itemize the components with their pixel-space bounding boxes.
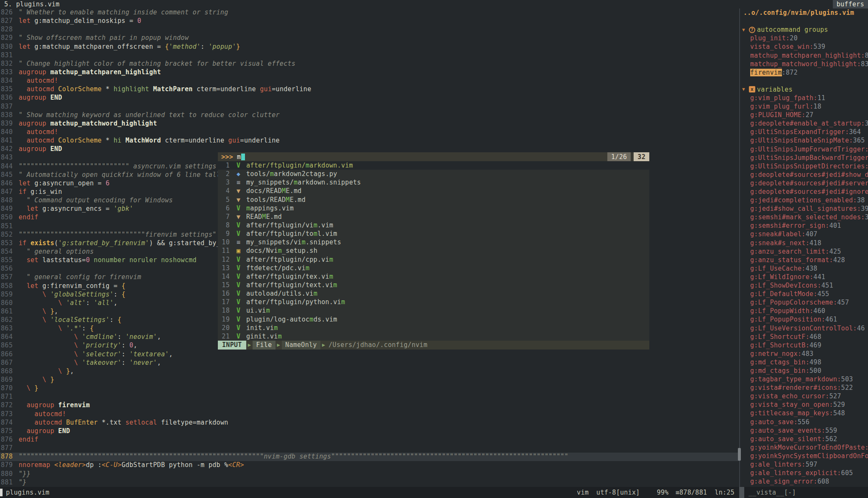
vista-tag[interactable]: g:anzu_status_format:428 <box>740 256 868 264</box>
vista-tag[interactable]: g:ale_linters_explicit:605 <box>740 469 868 477</box>
vista-tag[interactable]: g:sneak#label:407 <box>740 230 868 238</box>
popup-file-row[interactable]: 21Vginit.vim <box>218 332 649 341</box>
popup-file-row[interactable]: 20Vinit.vim <box>218 324 649 332</box>
popup-file-row[interactable]: 5▼tools/README.md <box>218 196 649 204</box>
vista-tag[interactable]: g:anzu_search_limit:425 <box>740 247 868 256</box>
collapse-arrow-icon[interactable]: ▼ <box>742 87 749 92</box>
code-line-827[interactable]: 827let g:matchup_delim_noskips = 0 <box>0 17 739 25</box>
code-line-870[interactable]: 870 \ } <box>0 384 739 393</box>
code-line-837[interactable]: 837 <box>0 103 739 111</box>
vista-tag[interactable]: g:sneak#s_next:418 <box>740 239 868 247</box>
code-line-839[interactable]: 839augroup matchup_matchword_highlight <box>0 120 739 128</box>
code-line-840[interactable]: 840 autocmd! <box>0 128 739 137</box>
code-line-878[interactable]: 878"""""""""""""""""""""""""""""""""""""… <box>0 453 739 461</box>
vista-tag[interactable]: g:md_ctags_bin:500 <box>740 367 868 375</box>
popup-file-row[interactable]: 15Vafter/ftplugin/text.vim <box>218 281 649 289</box>
vista-tag[interactable]: g:Lf_ShowDevIcons:451 <box>740 281 868 290</box>
code-line-832[interactable]: 832" Change highlight color of matching … <box>0 60 739 68</box>
vista-tag[interactable]: g:yoinkSyncSystemClipboardOnFocus:580 <box>740 452 868 460</box>
code-line-879[interactable]: 879nnoremap <leader>dp :<C-U>GdbStartPDB… <box>0 461 739 470</box>
vista-tag[interactable]: g:Lf_PopupWidth:460 <box>740 307 868 315</box>
vista-tag[interactable]: g:PLUGIN_HOME:27 <box>740 111 868 119</box>
vista-tag[interactable]: g:ale_sign_error:608 <box>740 477 868 486</box>
vista-tag[interactable]: g:jedi#show_call_signatures:39 <box>740 204 868 213</box>
popup-file-row[interactable]: 14Vafter/ftplugin/tex.vim <box>218 272 649 281</box>
vista-tag[interactable]: vista_close_win:539 <box>740 42 868 51</box>
vista-tag[interactable]: g:Lf_ShortcutB:469 <box>740 341 868 350</box>
code-line-881[interactable]: 881"} <box>0 478 739 487</box>
vista-tag[interactable]: g:auto_save:556 <box>740 418 868 426</box>
search-query-input[interactable]: m <box>237 153 241 161</box>
vista-tag[interactable]: g:UltiSnipsEnableSnipMate:365 <box>740 136 868 145</box>
code-line-874[interactable]: 874 autocmd BufEnter *.txt setlocal file… <box>0 419 739 427</box>
code-line-831[interactable]: 831 <box>0 51 739 60</box>
tab-plugins-vim[interactable]: 5. plugins.vim <box>4 0 60 8</box>
popup-file-row[interactable]: 7▼README.md <box>218 213 649 221</box>
vista-section-autocommand-groups[interactable]: ▼?autocommand groups <box>740 25 868 34</box>
vista-tag[interactable]: g:Lf_DefaultMode:455 <box>740 290 868 298</box>
vista-tag[interactable]: g:vim_plug_fpath:11 <box>740 94 868 102</box>
code-line-830[interactable]: 830let g:matchup_matchparen_offscreen = … <box>0 43 739 51</box>
vista-tag[interactable]: g:vim_plug_furl:18 <box>740 102 868 111</box>
vista-tag[interactable]: g:Lf_WildIgnore:441 <box>740 273 868 281</box>
popup-file-row[interactable]: 19Vplugin/log-autocmds.vim <box>218 315 649 324</box>
code-line-869[interactable]: 869 \ } <box>0 376 739 384</box>
vista-tag[interactable]: g:deoplete#sources#jedi#show_docstring:3… <box>740 171 868 179</box>
code-line-875[interactable]: 875 augroup END <box>0 427 739 436</box>
popup-file-row[interactable]: 13Vftdetect/pdc.vim <box>218 264 649 272</box>
vista-tag[interactable]: g:Lf_PopupPosition:461 <box>740 315 868 324</box>
code-line-880[interactable]: 880"}} <box>0 470 739 478</box>
vista-tag[interactable]: g:deoplete#enable_at_startup:30 <box>740 119 868 128</box>
vista-tag[interactable]: g:UltiSnipsJumpForwardTrigger:368 <box>740 145 868 154</box>
popup-file-row[interactable]: 2◆tools/markdown2ctags.py <box>218 170 649 178</box>
vista-tag[interactable]: g:ale_linters:597 <box>740 460 868 469</box>
popup-file-row[interactable]: 6Vmappings.vim <box>218 204 649 213</box>
code-line-826[interactable]: 826" Whether to enable matching inside c… <box>0 8 739 17</box>
vista-tag[interactable]: g:semshi#error_sign:401 <box>740 221 868 230</box>
vista-tag[interactable]: g:Lf_PopupColorscheme:457 <box>740 298 868 307</box>
code-line-871[interactable]: 871 <box>0 393 739 401</box>
sidebar-scrollbar-thumb[interactable] <box>738 448 741 461</box>
code-line-866[interactable]: 866 \ 'selector': 'textarea', <box>0 350 739 359</box>
vista-tag[interactable]: matchup_matchparen_highlight:833 <box>740 51 868 59</box>
code-line-868[interactable]: 868 \ }, <box>0 367 739 376</box>
vista-tag[interactable]: g:yoinkMoveCursorToEndOfPaste:578 <box>740 443 868 452</box>
vista-section-variables[interactable]: ▼xvariables <box>740 85 868 94</box>
vista-tag[interactable]: g:UltiSnipsJumpBackwardTrigger:369 <box>740 154 868 162</box>
popup-file-row[interactable]: 17Vafter/ftplugin/python.vim <box>218 298 649 306</box>
popup-file-row[interactable]: 4▼docs/README.md <box>218 187 649 195</box>
code-line-828[interactable]: 828 <box>0 25 739 34</box>
vista-tag[interactable]: plug_init:20 <box>740 34 868 42</box>
vista-tag[interactable]: g:tagbar_type_markdown:503 <box>740 375 868 383</box>
vista-tag[interactable]: g:md_ctags_bin:498 <box>740 358 868 367</box>
code-line-876[interactable]: 876endif <box>0 436 739 444</box>
code-line-829[interactable]: 829" Show offscreen match pair in popup … <box>0 34 739 42</box>
code-line-835[interactable]: 835 autocmd ColorScheme * highlight Matc… <box>0 85 739 94</box>
popup-file-row[interactable]: 9Vafter/ftplugin/toml.vim <box>218 229 649 238</box>
vista-tag[interactable]: g:deoplete#sources#jedi#ignore_errors:38… <box>740 187 868 196</box>
vista-tag[interactable]: g:semshi#mark_selected_nodes:398 <box>740 213 868 221</box>
popup-file-row[interactable]: 12Vafter/ftplugin/cpp.vim <box>218 255 649 264</box>
popup-file-row[interactable]: 3≡my_snippets/markdown.snippets <box>218 178 649 187</box>
popup-file-row[interactable]: 1Vafter/ftplugin/markdown.vim <box>218 161 649 170</box>
tab-buffers[interactable]: buffers <box>833 0 868 8</box>
vista-tag[interactable]: g:titlecase_map_keys:548 <box>740 409 868 417</box>
code-line-836[interactable]: 836augroup END <box>0 94 739 102</box>
vista-tag[interactable]: g:vista_echo_cursor:527 <box>740 392 868 400</box>
vista-tag[interactable]: g:netrw_nogx:483 <box>740 350 868 358</box>
code-line-877[interactable]: 877 <box>0 444 739 453</box>
vista-tag[interactable]: g:auto_save_events:559 <box>740 426 868 435</box>
vista-tag[interactable]: g:deoplete#sources#jedi#server_timeout:3… <box>740 179 868 187</box>
popup-file-row[interactable]: 18Vui.vim <box>218 306 649 315</box>
code-line-841[interactable]: 841 autocmd ColorScheme * hi MatchWord c… <box>0 137 739 145</box>
vista-tag[interactable]: g:UltiSnipsExpandTrigger:364 <box>740 128 868 136</box>
vista-tag[interactable]: g:Lf_UseVersionControlTool:46 <box>740 324 868 332</box>
collapse-arrow-icon[interactable]: ▼ <box>742 27 749 33</box>
code-line-833[interactable]: 833augroup matchup_matchparen_highlight <box>0 68 739 77</box>
popup-file-row[interactable]: 10≡my_snippets/vim.snippets <box>218 238 649 246</box>
code-line-834[interactable]: 834 autocmd! <box>0 77 739 85</box>
vista-tag[interactable]: g:Lf_ShortcutF:468 <box>740 333 868 341</box>
vista-tag[interactable]: g:UltiSnipsSnippetDirectories:371 <box>740 162 868 171</box>
code-line-867[interactable]: 867 \ 'takeover': 'never', <box>0 359 739 367</box>
vista-tag[interactable]: g:vista#renderer#icons:522 <box>740 383 868 392</box>
